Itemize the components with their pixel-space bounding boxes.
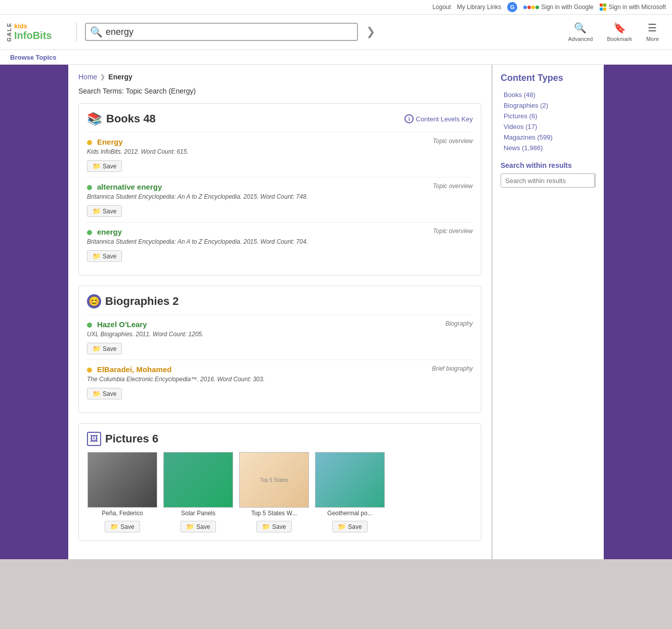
folder-icon-pic-3: 📁 xyxy=(262,523,270,530)
bio-title-2[interactable]: ElBaradei, Mohamed xyxy=(97,365,172,374)
picture-thumb-2[interactable] xyxy=(163,452,233,508)
kids-infobits-logo: kids InfoBits xyxy=(14,22,52,41)
books-icon: 📚 xyxy=(87,112,102,126)
dot-icon-3 xyxy=(87,230,92,235)
biographies-title: Biographies 2 xyxy=(105,295,179,308)
bio-dot-2 xyxy=(87,368,92,373)
nav-arrow-icon[interactable]: ❯ xyxy=(362,25,379,38)
book-type-2: Topic overview xyxy=(433,183,473,190)
sidebar-item-news[interactable]: News (1,986) xyxy=(501,143,596,153)
book-result-2: alternative energy Topic overview Britan… xyxy=(87,177,473,222)
more-icon: ☰ xyxy=(648,22,657,34)
picture-save-btn-4[interactable]: 📁 Save xyxy=(332,521,367,532)
bio-save-btn-1[interactable]: 📁 Save xyxy=(87,343,122,354)
logout-link[interactable]: Logout xyxy=(432,4,451,11)
book-meta-2: Britannica Student Encyclopedia: An A to… xyxy=(87,193,473,200)
bookmark-icon: 🔖 xyxy=(613,22,626,34)
bookmark-button[interactable]: 🔖 Bookmark xyxy=(600,19,639,45)
picture-save-btn-1[interactable]: 📁 Save xyxy=(105,521,140,532)
picture-save-btn-3[interactable]: 📁 Save xyxy=(256,521,291,532)
info-circle-icon: i xyxy=(405,114,414,123)
biographies-section: 😊 Biographies 2 Hazel O'Leary Biography … xyxy=(78,286,481,413)
right-purple-panel xyxy=(604,65,672,559)
pictures-section-header: 🖼 Pictures 6 xyxy=(87,432,473,446)
bio-save-btn-2[interactable]: 📁 Save xyxy=(87,388,122,399)
search-input[interactable] xyxy=(106,27,353,37)
books-section: 📚 Books 48 i Content Levels Key Energy T… xyxy=(78,103,481,276)
dot-icon-2 xyxy=(87,185,92,190)
gale-text: GALE xyxy=(6,22,12,42)
book-save-btn-1[interactable]: 📁 Save xyxy=(87,160,122,172)
picture-item-1: Peña, Federico 📁 Save xyxy=(87,452,158,532)
browse-bar: Browse Topics xyxy=(0,50,672,65)
book-title-3[interactable]: energy xyxy=(97,228,122,236)
folder-icon-3: 📁 xyxy=(93,252,101,260)
infobits-label: InfoBits xyxy=(14,30,52,41)
bio-title-1[interactable]: Hazel O'Leary xyxy=(97,320,147,329)
folder-icon-pic-2: 📁 xyxy=(186,523,194,530)
picture-thumb-3[interactable]: Top 5 States xyxy=(239,452,309,508)
picture-caption-3: Top 5 States W... xyxy=(251,510,297,517)
picture-thumb-1[interactable] xyxy=(87,452,157,508)
google-avatar-icon: G xyxy=(507,2,517,12)
search-within-submit-btn[interactable]: 🔍 xyxy=(594,174,596,187)
breadcrumb: Home ❯ Energy xyxy=(78,73,481,81)
books-section-header: 📚 Books 48 i Content Levels Key xyxy=(87,112,473,126)
search-terms-value: Topic Search (Energy) xyxy=(126,87,196,95)
folder-icon-2: 📁 xyxy=(93,207,101,215)
picture-caption-2: Solar Panels xyxy=(181,510,215,517)
google-icon xyxy=(523,6,539,9)
bio-result-2: ElBaradei, Mohamed Brief biography The C… xyxy=(87,360,473,405)
biographies-section-header: 😊 Biographies 2 xyxy=(87,294,473,308)
search-within-input[interactable] xyxy=(501,174,594,187)
folder-icon-pic-4: 📁 xyxy=(338,523,346,530)
left-purple-panel xyxy=(0,65,68,559)
sign-in-google-btn[interactable]: Sign in with Google xyxy=(523,4,593,11)
search-within-box: 🔍 xyxy=(501,173,596,188)
pictures-title: Pictures 6 xyxy=(105,432,158,445)
sidebar: Content Types Books (48) Biographies (2)… xyxy=(492,65,604,559)
book-title-2[interactable]: alternative energy xyxy=(97,183,162,191)
top-bar: Logout My Library Links G Sign in with G… xyxy=(0,0,672,15)
advanced-button[interactable]: 🔍 Advanced xyxy=(561,19,600,45)
logo-area: GALE kids InfoBits xyxy=(6,22,77,42)
book-meta-1: Kids InfoBits. 2012. Word Count: 615. xyxy=(87,148,473,155)
sidebar-item-books[interactable]: Books (48) xyxy=(501,89,596,100)
pictures-grid: Peña, Federico 📁 Save Solar Panels 📁 Sav… xyxy=(87,452,473,532)
picture-caption-4: Geothermal po... xyxy=(327,510,372,517)
search-bar: 🔍 xyxy=(85,23,358,41)
sidebar-item-pictures[interactable]: Pictures (6) xyxy=(501,111,596,121)
search-terms-label: Search Terms: xyxy=(78,87,124,95)
book-type-3: Topic overview xyxy=(433,228,473,235)
breadcrumb-current: Energy xyxy=(108,73,132,81)
pictures-icon: 🖼 xyxy=(87,432,101,446)
book-save-btn-2[interactable]: 📁 Save xyxy=(87,205,122,217)
picture-item-4: Geothermal po... 📁 Save xyxy=(315,452,385,532)
picture-thumb-4[interactable] xyxy=(315,452,385,508)
sidebar-item-magazines[interactable]: Magazines (599) xyxy=(501,132,596,143)
bio-meta-1: UXL Biographies. 2011. Word Count: 1205. xyxy=(87,331,473,338)
picture-save-btn-2[interactable]: 📁 Save xyxy=(181,521,215,532)
bio-meta-2: The Columbia Electronic Encyclopedia™. 2… xyxy=(87,376,473,383)
pictures-section: 🖼 Pictures 6 Peña, Federico 📁 Save xyxy=(78,423,481,541)
bio-type-1: Biography xyxy=(445,320,473,327)
picture-item-2: Solar Panels 📁 Save xyxy=(163,452,234,532)
sidebar-item-videos[interactable]: Videos (17) xyxy=(501,121,596,132)
sign-in-microsoft-btn[interactable]: Sign in with Microsoft xyxy=(600,4,666,11)
book-title-1[interactable]: Energy xyxy=(97,138,123,146)
browse-topics-link[interactable]: Browse Topics xyxy=(10,54,57,61)
content-levels-key-btn[interactable]: i Content Levels Key xyxy=(405,114,473,123)
my-library-links[interactable]: My Library Links xyxy=(457,4,501,11)
breadcrumb-home[interactable]: Home xyxy=(78,73,97,81)
search-icon: 🔍 xyxy=(90,26,103,38)
sidebar-item-biographies[interactable]: Biographies (2) xyxy=(501,100,596,111)
folder-icon-bio-2: 📁 xyxy=(93,390,101,397)
biographies-icon: 😊 xyxy=(87,294,101,308)
book-save-btn-3[interactable]: 📁 Save xyxy=(87,250,122,262)
more-button[interactable]: ☰ More xyxy=(639,19,666,45)
content-area: Home ❯ Energy Search Terms: Topic Search… xyxy=(68,65,491,559)
breadcrumb-chevron: ❯ xyxy=(100,73,105,80)
bio-type-2: Brief biography xyxy=(432,365,473,372)
picture-item-3: Top 5 States Top 5 States W... 📁 Save xyxy=(239,452,309,532)
bio-dot-1 xyxy=(87,323,92,328)
